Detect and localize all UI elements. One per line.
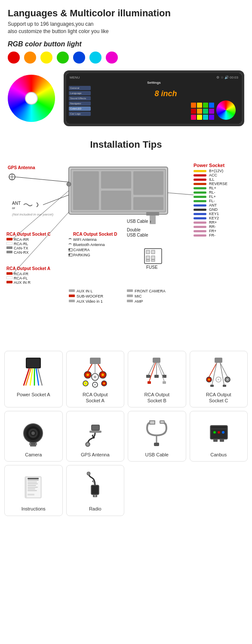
svg-rect-49 bbox=[194, 191, 206, 194]
svg-rect-61 bbox=[194, 217, 206, 219]
color-dot-blue bbox=[73, 52, 85, 64]
svg-line-71 bbox=[168, 193, 194, 195]
svg-rect-102 bbox=[154, 375, 159, 378]
rca-fr: RCA-FR bbox=[14, 272, 28, 276]
gps-label: GPS Antenna bbox=[8, 165, 35, 170]
product-label-radio: Radio bbox=[89, 506, 101, 512]
grid-cell-4 bbox=[209, 103, 214, 108]
product-rca-a: RCA OutputSocket A bbox=[66, 351, 125, 408]
install-diagram: GPS Antenna USB Cable Double USB Cable F… bbox=[4, 156, 248, 342]
svg-rect-65 bbox=[194, 226, 206, 228]
svg-rect-19 bbox=[146, 260, 150, 261]
svg-point-92 bbox=[85, 383, 86, 384]
svg-rect-97 bbox=[153, 358, 160, 363]
svg-text:FL-: FL- bbox=[209, 199, 215, 203]
svg-rect-119 bbox=[210, 385, 214, 387]
screen-status: ⚙ ☆ 🔊 00:03 bbox=[216, 76, 238, 79]
svg-text:RR-: RR- bbox=[209, 225, 216, 229]
svg-point-87 bbox=[101, 374, 104, 376]
product-rca-b: RCA OutputSocket B bbox=[128, 351, 186, 408]
color-wheel-inner bbox=[25, 92, 38, 105]
svg-rect-105 bbox=[148, 381, 151, 384]
svg-rect-149 bbox=[220, 439, 224, 442]
svg-point-126 bbox=[31, 431, 35, 435]
screen-menu-general[interactable]: General bbox=[69, 86, 91, 90]
svg-rect-17 bbox=[146, 256, 150, 259]
screen-menu-carlogo[interactable]: Car Logo bbox=[69, 112, 91, 116]
svg-rect-51 bbox=[194, 196, 206, 198]
double-usb-label: Double bbox=[127, 228, 141, 232]
svg-rect-160 bbox=[28, 494, 34, 495]
usb-cable-label: USB Cable bbox=[127, 219, 148, 224]
svg-rect-162 bbox=[25, 477, 27, 498]
svg-point-145 bbox=[213, 431, 216, 434]
svg-rect-67 bbox=[194, 230, 206, 232]
svg-text:ANT: ANT bbox=[209, 203, 217, 207]
svg-line-12 bbox=[15, 177, 69, 182]
rca-a-title: RCA Output Socket A bbox=[6, 266, 50, 271]
svg-text:ACC: ACC bbox=[209, 173, 218, 177]
product-label-usb: USB Cable bbox=[145, 452, 169, 458]
svg-rect-37 bbox=[127, 295, 133, 297]
product-img-rca-a bbox=[78, 355, 112, 389]
svg-rect-157 bbox=[28, 487, 38, 488]
screen-8inch-label: 8 inch bbox=[154, 89, 177, 98]
product-rca-c: RCA OutputSocket C bbox=[190, 351, 248, 408]
screen-menu-language[interactable]: Language bbox=[69, 91, 91, 95]
color-dot-red bbox=[8, 52, 20, 64]
install-svg: GPS Antenna USB Cable Double USB Cable F… bbox=[4, 156, 248, 341]
grid-cell-3 bbox=[203, 103, 208, 108]
svg-rect-22 bbox=[6, 238, 12, 240]
product-label-instructions: Instructions bbox=[22, 506, 46, 512]
color-dot-orange bbox=[24, 52, 36, 64]
svg-point-167 bbox=[94, 495, 96, 497]
svg-rect-7 bbox=[146, 212, 159, 216]
fuse-label: FUSE bbox=[146, 265, 158, 270]
svg-point-94 bbox=[94, 384, 96, 386]
svg-rect-156 bbox=[28, 485, 36, 486]
product-img-instructions bbox=[16, 469, 51, 503]
svg-rect-57 bbox=[194, 209, 206, 211]
svg-line-88 bbox=[88, 364, 92, 371]
svg-rect-18 bbox=[151, 256, 155, 259]
screen-body: General Language Sound Effects Navigator… bbox=[68, 85, 240, 122]
svg-text:GND: GND bbox=[209, 207, 218, 212]
section-title: Languages & Multicolor illumination bbox=[8, 8, 244, 19]
svg-rect-134 bbox=[89, 431, 101, 433]
screen-menu-colorled[interactable]: ColorLED bbox=[69, 106, 91, 111]
screen-menu-navigator[interactable]: Navigator bbox=[69, 101, 91, 106]
svg-point-129 bbox=[29, 443, 31, 445]
svg-point-136 bbox=[87, 444, 89, 445]
svg-line-90 bbox=[98, 364, 103, 371]
parking-label: PARKING bbox=[73, 253, 90, 257]
grid-cell-7 bbox=[203, 109, 208, 114]
svg-rect-16 bbox=[151, 250, 155, 254]
screen-header: MENU ⚙ ☆ 🔊 00:03 bbox=[68, 75, 240, 80]
can-rx: CAN-RX bbox=[14, 250, 29, 255]
svg-point-115 bbox=[218, 379, 219, 380]
product-img-radio bbox=[78, 469, 112, 503]
product-label-canbus: Canbus bbox=[210, 452, 227, 458]
grid-cell-1 bbox=[191, 103, 196, 108]
svg-point-96 bbox=[103, 383, 105, 384]
svg-point-147 bbox=[222, 431, 224, 434]
svg-rect-81 bbox=[90, 358, 101, 364]
product-label-power: Power Socket A bbox=[17, 392, 50, 398]
svg-rect-148 bbox=[213, 439, 218, 442]
svg-rect-29 bbox=[6, 272, 12, 275]
grid-cell-8 bbox=[209, 109, 214, 114]
svg-rect-121 bbox=[223, 385, 226, 387]
color-dot-green bbox=[57, 52, 69, 64]
screen-menu-sound[interactable]: Sound Effects bbox=[69, 96, 91, 100]
ant-label: ANT bbox=[12, 201, 21, 206]
svg-rect-140 bbox=[160, 421, 164, 423]
install-title: Installation Tips bbox=[4, 139, 248, 150]
svg-rect-55 bbox=[194, 204, 206, 207]
screen-color-grid bbox=[191, 103, 214, 120]
product-label-gps: GPS Antenna bbox=[81, 452, 110, 458]
amp-label: AMP bbox=[135, 299, 143, 304]
svg-rect-154 bbox=[28, 482, 37, 483]
product-img-gps bbox=[78, 415, 112, 449]
lang-bottom-row: MENU ⚙ ☆ 🔊 00:03 Settings General Langua… bbox=[8, 70, 244, 126]
grid-cell-5 bbox=[191, 109, 196, 114]
